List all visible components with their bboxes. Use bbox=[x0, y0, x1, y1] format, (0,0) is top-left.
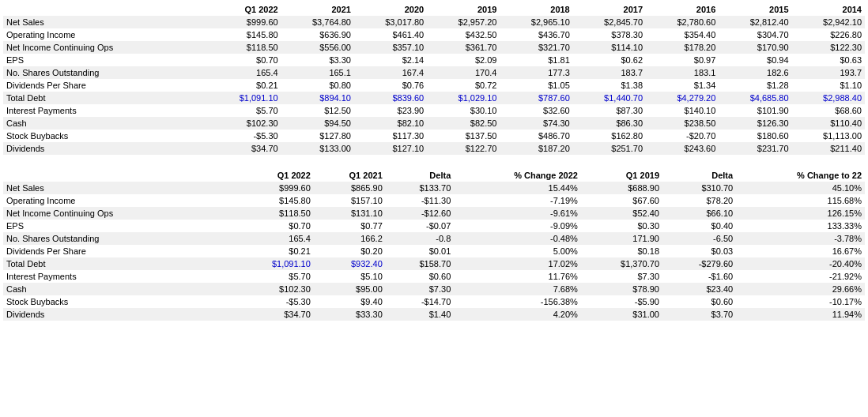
cell-value: $432.50 bbox=[427, 28, 500, 41]
cell-value: $122.70 bbox=[427, 142, 500, 155]
row-label: Total Debt bbox=[3, 257, 232, 270]
cell-value: $0.01 bbox=[386, 245, 455, 257]
col-year-2015: 2015 bbox=[719, 3, 791, 16]
cell-value: $357.10 bbox=[354, 41, 427, 54]
cell-value: $0.21 bbox=[232, 245, 314, 257]
row-label: Operating Income bbox=[3, 28, 208, 41]
cell-value: $145.80 bbox=[208, 28, 281, 41]
cell-value: 182.6 bbox=[719, 66, 791, 79]
cell-value: $1,113.00 bbox=[792, 130, 865, 142]
cell-value: $1,091.10 bbox=[208, 92, 281, 104]
row-label: Stock Buybacks bbox=[3, 295, 232, 308]
cell-value: $187.20 bbox=[500, 142, 572, 155]
cell-value: -$1.60 bbox=[662, 270, 736, 283]
cell-value: $117.30 bbox=[354, 130, 427, 142]
cell-value: $1.81 bbox=[500, 54, 572, 66]
cell-value: $688.90 bbox=[581, 182, 662, 194]
cell-value: $94.50 bbox=[281, 117, 354, 130]
cell-value: $1.05 bbox=[500, 79, 572, 92]
row-label: Dividends Per Share bbox=[3, 245, 232, 257]
col-header-5: Q1 2019 bbox=[581, 169, 662, 182]
cell-value: $894.10 bbox=[281, 92, 354, 104]
cell-value: $158.70 bbox=[386, 257, 455, 270]
cell-value: $310.70 bbox=[662, 182, 736, 194]
cell-value: -9.61% bbox=[454, 207, 581, 220]
cell-value: $2,845.70 bbox=[573, 16, 646, 28]
cell-value: $34.70 bbox=[208, 142, 281, 155]
cell-value: -$5.90 bbox=[581, 295, 662, 308]
cell-value: $3.30 bbox=[281, 54, 354, 66]
cell-value: $126.30 bbox=[719, 117, 791, 130]
cell-value: $486.70 bbox=[500, 130, 572, 142]
cell-value: 11.94% bbox=[736, 308, 865, 321]
cell-value: $0.20 bbox=[314, 245, 386, 257]
col-label-header bbox=[3, 3, 208, 16]
cell-value: $0.18 bbox=[581, 245, 662, 257]
cell-value: $127.10 bbox=[354, 142, 427, 155]
cell-value: 133.33% bbox=[736, 220, 865, 232]
cell-value: $0.70 bbox=[208, 54, 281, 66]
cell-value: $1.38 bbox=[573, 79, 646, 92]
cell-value: $118.50 bbox=[208, 41, 281, 54]
cell-value: $34.70 bbox=[232, 308, 314, 321]
cell-value: $110.40 bbox=[792, 117, 865, 130]
cell-value: $157.10 bbox=[314, 194, 386, 207]
cell-value: $461.40 bbox=[354, 28, 427, 41]
cell-value: $0.30 bbox=[581, 220, 662, 232]
cell-value: $0.21 bbox=[208, 79, 281, 92]
cell-value: $0.76 bbox=[354, 79, 427, 92]
cell-value: $5.10 bbox=[314, 270, 386, 283]
cell-value: 29.66% bbox=[736, 283, 865, 295]
cell-value: $0.77 bbox=[314, 220, 386, 232]
cell-value: $31.00 bbox=[581, 308, 662, 321]
col-year-2020: 2020 bbox=[354, 3, 427, 16]
cell-value: $122.30 bbox=[792, 41, 865, 54]
cell-value: 167.4 bbox=[354, 66, 427, 79]
cell-value: $0.97 bbox=[646, 54, 719, 66]
cell-value: $86.30 bbox=[573, 117, 646, 130]
cell-value: $180.60 bbox=[719, 130, 791, 142]
cell-value: 17.02% bbox=[454, 257, 581, 270]
cell-value: $118.50 bbox=[232, 207, 314, 220]
cell-value: 183.7 bbox=[573, 66, 646, 79]
row-label: Dividends bbox=[3, 308, 232, 321]
cell-value: 165.4 bbox=[232, 232, 314, 245]
col-year-2017: 2017 bbox=[573, 3, 646, 16]
cell-value: $4,279.20 bbox=[646, 92, 719, 104]
cell-value: $0.62 bbox=[573, 54, 646, 66]
cell-value: $0.70 bbox=[232, 220, 314, 232]
cell-value: $137.50 bbox=[427, 130, 500, 142]
row-label: Operating Income bbox=[3, 194, 232, 207]
cell-value: $556.00 bbox=[281, 41, 354, 54]
cell-value: $0.60 bbox=[662, 295, 736, 308]
cell-value: -21.92% bbox=[736, 270, 865, 283]
cell-value: $5.70 bbox=[208, 104, 281, 117]
col-header-2: Q1 2021 bbox=[314, 169, 386, 182]
col-header-7: % Change to 22 bbox=[736, 169, 865, 182]
cell-value: 183.1 bbox=[646, 66, 719, 79]
col-header-4: % Change 2022 bbox=[454, 169, 581, 182]
cell-value: $0.63 bbox=[792, 54, 865, 66]
row-label: No. Shares Outstanding bbox=[3, 232, 232, 245]
cell-value: $1.40 bbox=[386, 308, 455, 321]
cell-value: -7.19% bbox=[454, 194, 581, 207]
cell-value: $23.40 bbox=[662, 283, 736, 295]
cell-value: 171.90 bbox=[581, 232, 662, 245]
cell-value: 4.20% bbox=[454, 308, 581, 321]
cell-value: $102.30 bbox=[232, 283, 314, 295]
cell-value: $787.60 bbox=[500, 92, 572, 104]
cell-value: $2,942.10 bbox=[792, 16, 865, 28]
cell-value: $7.30 bbox=[581, 270, 662, 283]
col-year-2018: 2018 bbox=[500, 3, 572, 16]
cell-value: $0.03 bbox=[662, 245, 736, 257]
cell-value: $102.30 bbox=[208, 117, 281, 130]
cell-value: 7.68% bbox=[454, 283, 581, 295]
cell-value: -$5.30 bbox=[208, 130, 281, 142]
cell-value: $243.60 bbox=[646, 142, 719, 155]
cell-value: $231.70 bbox=[719, 142, 791, 155]
cell-value: $74.30 bbox=[500, 117, 572, 130]
cell-value: -10.17% bbox=[736, 295, 865, 308]
cell-value: $2.14 bbox=[354, 54, 427, 66]
cell-value: $87.30 bbox=[573, 104, 646, 117]
row-label: Dividends bbox=[3, 142, 208, 155]
